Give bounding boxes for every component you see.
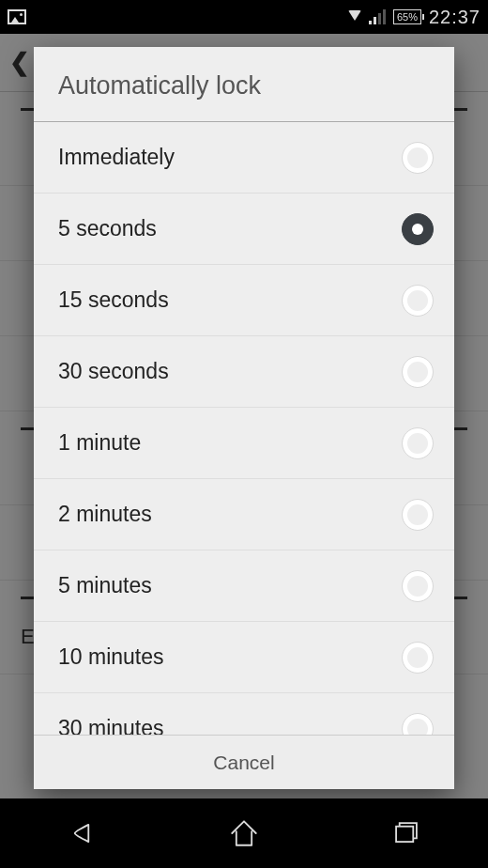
option-2-minutes[interactable]: 2 minutes — [34, 479, 454, 550]
wifi-icon — [348, 10, 361, 21]
status-left — [8, 9, 26, 24]
option-5-minutes[interactable]: 5 minutes — [34, 550, 454, 622]
option-1-minute[interactable]: 1 minute — [34, 408, 454, 479]
screen: 65% 22:37 ❮ Encrypt phone Automatically … — [0, 0, 488, 868]
radio-icon — [402, 642, 434, 674]
option-15-seconds[interactable]: 15 seconds — [34, 265, 454, 336]
battery-percent: 65% — [393, 9, 421, 24]
option-30-minutes[interactable]: 30 minutes — [34, 693, 454, 735]
back-icon — [63, 814, 100, 852]
radio-icon — [402, 713, 434, 736]
dialog-title: Automatically lock — [34, 47, 454, 122]
recent-apps-icon — [388, 814, 425, 852]
option-label: 15 seconds — [58, 287, 169, 313]
option-5-seconds[interactable]: 5 seconds — [34, 194, 454, 265]
status-right: 65% 22:37 — [348, 7, 480, 28]
status-clock: 22:37 — [429, 7, 480, 28]
radio-icon — [402, 427, 434, 459]
radio-icon-selected — [402, 213, 434, 245]
option-10-minutes[interactable]: 10 minutes — [34, 622, 454, 693]
option-immediately[interactable]: Immediately — [34, 122, 454, 194]
option-label: 2 minutes — [58, 502, 152, 527]
option-label: Immediately — [58, 145, 175, 170]
nav-back-button[interactable] — [61, 813, 102, 854]
svg-rect-0 — [396, 827, 413, 842]
option-30-seconds[interactable]: 30 seconds — [34, 336, 454, 408]
option-label: 30 minutes — [58, 716, 164, 735]
radio-icon — [402, 499, 434, 531]
radio-icon — [402, 142, 434, 174]
nav-home-button[interactable] — [223, 813, 265, 854]
options-list: Immediately 5 seconds 15 seconds 30 seco… — [34, 122, 454, 735]
image-notification-icon — [8, 9, 26, 24]
cancel-button[interactable]: Cancel — [34, 735, 454, 789]
radio-icon — [402, 356, 434, 388]
battery-indicator: 65% — [393, 9, 421, 24]
option-label: 1 minute — [58, 430, 141, 456]
auto-lock-dialog: Automatically lock Immediately 5 seconds… — [34, 47, 454, 789]
radio-icon — [402, 570, 434, 602]
option-label: 5 minutes — [58, 573, 152, 598]
navigation-bar — [0, 798, 488, 868]
option-label: 10 minutes — [58, 644, 164, 670]
radio-icon — [402, 285, 434, 317]
status-bar: 65% 22:37 — [0, 0, 488, 34]
signal-icon — [369, 9, 386, 24]
option-label: 30 seconds — [58, 359, 169, 384]
nav-recent-button[interactable] — [386, 813, 427, 854]
option-label: 5 seconds — [58, 216, 157, 241]
home-icon — [225, 814, 263, 852]
